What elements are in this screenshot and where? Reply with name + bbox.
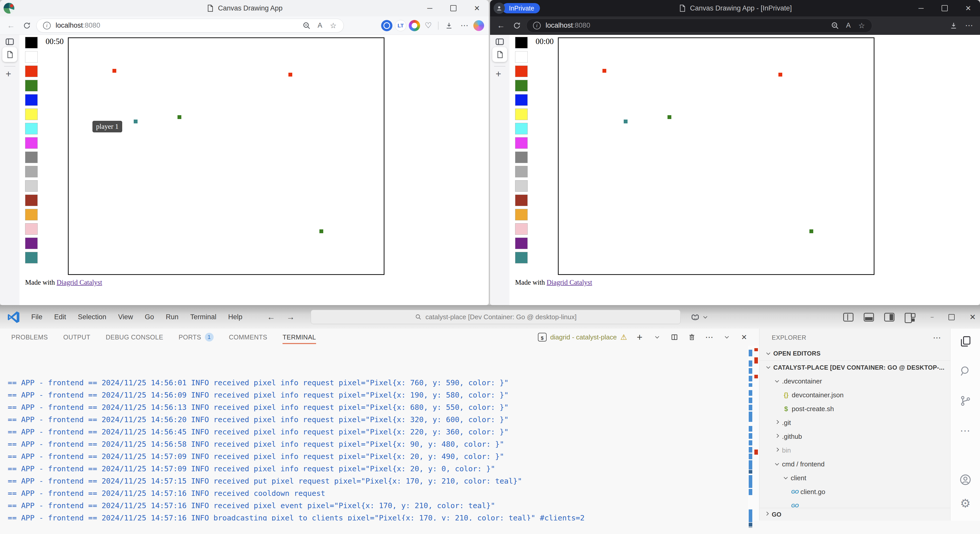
explorer-item-catalyst-place-dev-container-go-desktop[interactable]: CATALYST-PLACE [DEV CONTAINER: GO @ DESK… (759, 361, 950, 374)
go-outline-section[interactable]: GO (759, 508, 950, 521)
panel-tab-comments[interactable]: COMMENTS (229, 329, 267, 346)
palette-swatch[interactable] (515, 252, 528, 264)
back-button[interactable]: ← (495, 19, 508, 32)
zoom-out-icon[interactable] (302, 21, 311, 30)
explorer-item-devcontainer[interactable]: .devcontainer (759, 374, 950, 388)
colorwheel-extension-icon[interactable] (409, 20, 420, 31)
toggle-sidebar-icon[interactable] (843, 313, 853, 321)
palette-swatch[interactable] (25, 180, 38, 192)
refresh-button[interactable] (511, 19, 523, 32)
menu-view[interactable]: View (118, 313, 133, 321)
palette-swatch[interactable] (25, 94, 38, 106)
panel-tab-ports[interactable]: PORTS1 (178, 329, 213, 346)
onepassword-extension-icon[interactable] (381, 20, 392, 31)
browser-menu-button[interactable]: ⋯ (963, 19, 975, 32)
palette-swatch[interactable] (25, 195, 38, 206)
workspaces-icon[interactable] (495, 37, 504, 46)
palette-swatch[interactable] (25, 252, 38, 264)
profile-avatar-icon[interactable] (493, 3, 505, 14)
terminal-dropdown-button[interactable] (652, 332, 662, 342)
palette-swatch[interactable] (25, 108, 38, 120)
palette-swatch[interactable] (25, 209, 38, 221)
close-button[interactable]: ✕ (465, 0, 489, 16)
kill-terminal-button[interactable] (687, 332, 697, 342)
new-terminal-button[interactable]: + (635, 332, 644, 342)
drawing-canvas[interactable]: player 1 (68, 37, 385, 275)
copilot-browser-icon[interactable] (473, 20, 484, 31)
active-tab-tile[interactable] (2, 47, 17, 62)
palette-swatch[interactable] (515, 166, 528, 177)
browser-menu-button[interactable]: ⋯ (458, 19, 471, 32)
maximize-button[interactable] (933, 0, 956, 16)
palette-swatch[interactable] (515, 65, 528, 77)
diagrid-catalyst-link[interactable]: Diagrid Catalyst (57, 278, 102, 286)
workspaces-icon[interactable] (5, 37, 14, 46)
palette-swatch[interactable] (515, 37, 528, 48)
menu-file[interactable]: File (31, 313, 43, 321)
minimize-button[interactable]: ─ (909, 0, 933, 16)
customize-layout-icon[interactable] (905, 313, 916, 321)
favorite-star-icon[interactable]: ☆ (329, 21, 338, 30)
palette-swatch[interactable] (515, 209, 528, 221)
explorer-item-bin[interactable]: bin (759, 443, 950, 457)
downloads-button[interactable] (947, 19, 960, 32)
source-control-activity-icon[interactable] (958, 394, 972, 408)
address-bar[interactable]: i localhost:8080 A ☆ (527, 19, 872, 32)
palette-swatch[interactable] (515, 151, 528, 163)
maximize-button[interactable] (442, 0, 465, 16)
explorer-item-open-editors[interactable]: OPEN EDITORS (759, 346, 950, 361)
address-bar[interactable]: i localhost:8080 A ☆ (37, 19, 344, 32)
palette-swatch[interactable] (515, 238, 528, 249)
toggle-panel-icon[interactable] (864, 313, 874, 321)
explorer-item-cmd-frontend[interactable]: cmd / frontend (759, 457, 950, 471)
minimize-button[interactable]: ─ (931, 315, 934, 319)
palette-swatch[interactable] (515, 51, 528, 63)
palette-swatch[interactable] (25, 80, 38, 91)
menu-edit[interactable]: Edit (54, 313, 66, 321)
new-tab-button[interactable]: + (496, 68, 501, 79)
palette-swatch[interactable] (515, 223, 528, 235)
palette-swatch[interactable] (25, 65, 38, 77)
extension-heart-icon[interactable]: ♡ (423, 20, 434, 31)
panel-maximize-button[interactable] (722, 332, 732, 342)
panel-tab-terminal[interactable]: TERMINAL (283, 329, 316, 346)
active-tab-tile[interactable] (492, 47, 507, 62)
menu-go[interactable]: Go (145, 313, 154, 321)
close-button[interactable]: ✕ (956, 0, 980, 16)
toggle-secondary-sidebar-icon[interactable] (884, 313, 894, 321)
explorer-item-devcontainer-json[interactable]: {}devcontainer.json (759, 388, 950, 402)
minimize-button[interactable]: ─ (418, 0, 442, 16)
close-panel-button[interactable]: ✕ (739, 332, 749, 342)
palette-swatch[interactable] (25, 151, 38, 163)
terminal-scrollbar-decorations[interactable] (748, 346, 759, 521)
palette-swatch[interactable] (515, 195, 528, 206)
explorer-item-client-go[interactable]: GOclient.go (759, 485, 950, 499)
menu-help[interactable]: Help (228, 313, 243, 321)
explorer-item-client[interactable]: client (759, 471, 950, 485)
drawing-canvas[interactable] (558, 37, 875, 275)
terminal-instance[interactable]: $ diagrid - catalyst-place ⚠ (538, 333, 627, 342)
panel-tab-output[interactable]: OUTPUT (63, 329, 91, 346)
zoom-out-icon[interactable] (830, 21, 840, 30)
explorer-item-post-create-sh[interactable]: $post-create.sh (759, 402, 950, 416)
explorer-activity-icon[interactable] (958, 334, 972, 349)
palette-swatch[interactable] (515, 80, 528, 91)
palette-swatch[interactable] (515, 123, 528, 134)
explorer-more-actions-icon[interactable]: ⋯ (933, 333, 942, 343)
palette-swatch[interactable] (515, 180, 528, 192)
palette-swatch[interactable] (25, 123, 38, 134)
new-tab-button[interactable]: + (6, 68, 11, 79)
panel-tab-problems[interactable]: PROBLEMS (11, 329, 48, 346)
palette-swatch[interactable] (25, 137, 38, 149)
site-info-icon[interactable]: i (533, 22, 541, 29)
palette-swatch[interactable] (25, 223, 38, 235)
refresh-button[interactable] (21, 19, 33, 32)
panel-more-actions-button[interactable]: ⋯ (705, 332, 714, 342)
palette-swatch[interactable] (515, 137, 528, 149)
command-center-search[interactable]: catalyst-place [Dev Container: Go @ desk… (311, 310, 681, 324)
terminal-output[interactable]: == APP - frontend == 2024/11/25 14:56:01… (0, 346, 748, 521)
copilot-menu[interactable] (690, 312, 707, 322)
split-terminal-button[interactable] (670, 332, 679, 342)
languagetool-extension-icon[interactable]: LT (395, 20, 406, 31)
maximize-button[interactable] (948, 314, 955, 320)
